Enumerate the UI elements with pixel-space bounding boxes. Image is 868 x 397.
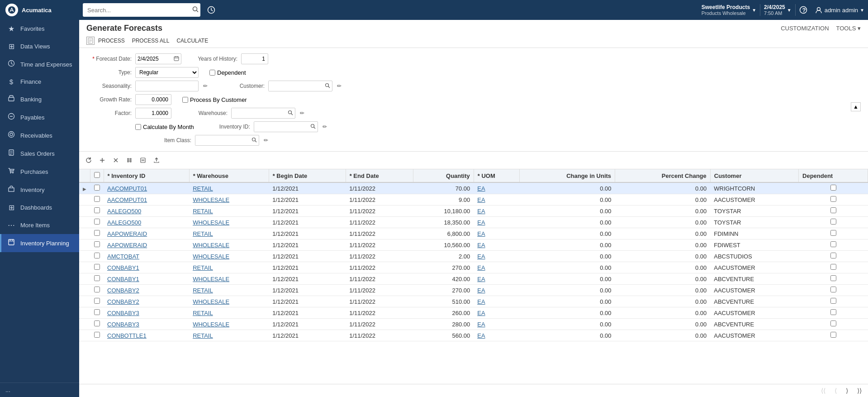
row-inventory-id[interactable]: AAPOWERAID (104, 228, 189, 239)
row-warehouse[interactable]: RETAIL (189, 307, 269, 319)
row-dependent-checkbox[interactable] (830, 275, 836, 281)
sidebar-item-favorites[interactable]: ★ Favorites (0, 20, 79, 38)
row-expand-cell[interactable] (79, 273, 90, 285)
sidebar-item-time-expenses[interactable]: Time and Expenses (0, 55, 79, 73)
row-uom[interactable]: EA (474, 262, 520, 273)
grid-fit-columns-button[interactable] (123, 154, 135, 166)
row-uom[interactable]: EA (474, 182, 520, 194)
row-warehouse[interactable]: WHOLESALE (189, 273, 269, 285)
row-dependent-checkbox[interactable] (830, 309, 836, 315)
row-expand-cell[interactable] (79, 330, 90, 341)
calculate-by-month-checkbox[interactable] (135, 124, 141, 130)
inventory-id-search-button[interactable] (308, 124, 318, 130)
sidebar-item-payables[interactable]: Payables (0, 108, 79, 126)
row-uom[interactable]: EA (474, 251, 520, 262)
grid-prev-page-button[interactable]: ⟨ (832, 386, 840, 395)
row-warehouse[interactable]: RETAIL (189, 330, 269, 341)
row-dependent-checkbox[interactable] (830, 230, 836, 236)
row-select-checkbox[interactable] (94, 275, 100, 281)
row-select-checkbox[interactable] (94, 219, 100, 225)
row-warehouse[interactable]: RETAIL (189, 262, 269, 273)
grid-first-page-button[interactable]: ⟨⟨ (818, 386, 828, 395)
row-expand-cell[interactable] (79, 319, 90, 330)
sidebar-item-receivables[interactable]: Receivables (0, 126, 79, 144)
sidebar-bottom-more[interactable]: ... (0, 383, 79, 397)
user-menu-button[interactable]: admin admin ▼ (811, 6, 868, 14)
row-expand-cell[interactable]: ▶ (79, 182, 90, 194)
form-collapse-button[interactable]: ▲ (851, 102, 861, 111)
row-select-checkbox[interactable] (94, 230, 100, 236)
row-inventory-id[interactable]: CONBABY3 (104, 319, 189, 330)
grid-refresh-button[interactable] (83, 154, 95, 166)
row-dependent-checkbox[interactable] (830, 196, 836, 202)
row-expand-cell[interactable] (79, 251, 90, 262)
row-warehouse[interactable]: WHOLESALE (189, 217, 269, 228)
sidebar-item-inventory[interactable]: Inventory (0, 181, 79, 199)
row-expand-cell[interactable] (79, 239, 90, 251)
tools-button[interactable]: TOOLS ▾ (836, 25, 861, 32)
search-button[interactable] (192, 6, 199, 14)
seasonality-input[interactable] (136, 81, 190, 91)
warehouse-edit-button[interactable]: ✏ (299, 110, 305, 116)
sidebar-item-sales-orders[interactable]: Sales Orders (0, 144, 79, 163)
row-expand-cell[interactable] (79, 296, 90, 307)
warehouse-search-button[interactable] (286, 110, 295, 117)
years-of-history-input[interactable] (241, 53, 268, 64)
help-button[interactable]: ? (796, 6, 811, 14)
sidebar-item-purchases[interactable]: Purchases (0, 163, 79, 181)
row-inventory-id[interactable]: AACOMPUT01 (104, 194, 189, 206)
row-expand-cell[interactable] (79, 217, 90, 228)
row-dependent-checkbox[interactable] (830, 298, 836, 304)
datetime-selector[interactable]: 2/4/2025 7:50 AM ▼ (760, 4, 796, 16)
process-by-customer-checkbox[interactable] (182, 97, 188, 103)
row-dependent-checkbox[interactable] (830, 320, 836, 326)
row-dependent-checkbox[interactable] (830, 207, 836, 213)
row-inventory-id[interactable]: AMCTOBAT (104, 251, 189, 262)
row-uom[interactable]: EA (474, 330, 520, 341)
row-inventory-id[interactable]: AALEGO500 (104, 206, 189, 217)
row-uom[interactable]: EA (474, 307, 520, 319)
row-uom[interactable]: EA (474, 239, 520, 251)
grid-next-page-button[interactable]: ⟩ (843, 386, 851, 395)
growth-rate-input[interactable] (135, 94, 171, 105)
grid-last-page-button[interactable]: ⟩⟩ (854, 386, 864, 395)
row-warehouse[interactable]: WHOLESALE (189, 251, 269, 262)
row-select-checkbox[interactable] (94, 309, 100, 315)
sidebar-item-inventory-planning[interactable]: Inventory Planning (0, 234, 79, 252)
company-selector[interactable]: Sweetlife Products Products Wholesale ▼ (698, 4, 760, 16)
row-select-checkbox[interactable] (94, 298, 100, 304)
calculate-button[interactable]: CALCULATE (173, 36, 212, 46)
sidebar-item-dashboards[interactable]: ⊞ Dashboards (0, 199, 79, 216)
row-inventory-id[interactable]: AAPOWERAID (104, 239, 189, 251)
sidebar-item-more-items[interactable]: ⋯ More Items (0, 216, 79, 234)
row-inventory-id[interactable]: CONBABY2 (104, 296, 189, 307)
customization-link[interactable]: CUSTOMIZATION (781, 25, 829, 32)
process-button[interactable]: PROCESS (95, 36, 128, 46)
row-dependent-checkbox[interactable] (830, 264, 836, 270)
inventory-id-input[interactable] (254, 122, 308, 132)
row-dependent-checkbox[interactable] (830, 241, 836, 247)
row-warehouse[interactable]: WHOLESALE (189, 319, 269, 330)
history-button[interactable] (204, 3, 218, 17)
item-class-edit-button[interactable]: ✏ (263, 137, 269, 143)
row-select-checkbox[interactable] (94, 332, 100, 338)
row-warehouse[interactable]: WHOLESALE (189, 239, 269, 251)
row-dependent-checkbox[interactable] (830, 332, 836, 338)
row-inventory-id[interactable]: CONBABY1 (104, 273, 189, 285)
row-uom[interactable]: EA (474, 273, 520, 285)
row-expander-icon[interactable]: ▶ (83, 187, 86, 191)
row-select-checkbox[interactable] (94, 287, 100, 292)
row-dependent-checkbox[interactable] (830, 253, 836, 258)
row-warehouse[interactable]: RETAIL (189, 228, 269, 239)
select-all-checkbox[interactable] (94, 172, 100, 178)
row-warehouse[interactable]: WHOLESALE (189, 296, 269, 307)
row-select-checkbox[interactable] (94, 320, 100, 326)
row-inventory-id[interactable]: AACOMPUT01 (104, 182, 189, 194)
type-select[interactable]: Regular Seasonal Moving Average (135, 67, 199, 78)
sidebar-item-banking[interactable]: Banking (0, 90, 79, 108)
customer-edit-button[interactable]: ✏ (336, 83, 342, 89)
item-class-input[interactable] (195, 135, 250, 145)
row-uom[interactable]: EA (474, 194, 520, 206)
customer-input[interactable] (269, 81, 323, 91)
row-uom[interactable]: EA (474, 217, 520, 228)
